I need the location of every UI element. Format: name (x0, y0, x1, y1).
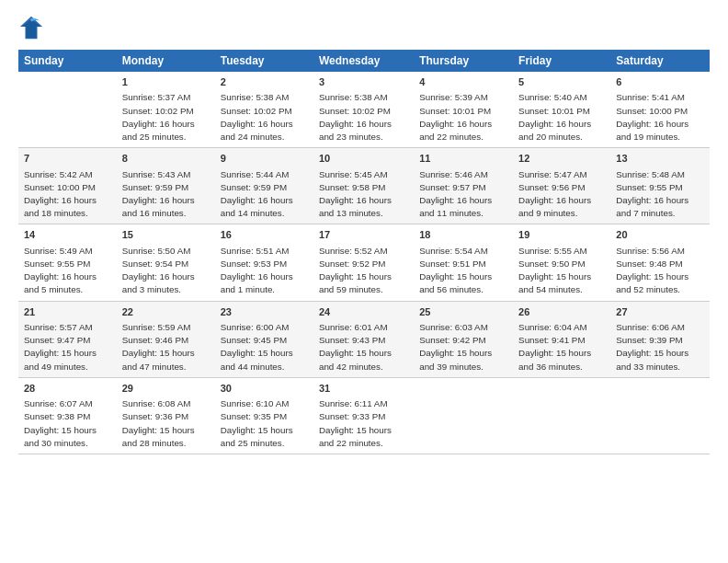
cell-2-3: 9Sunrise: 5:44 AMSunset: 9:59 PMDaylight… (215, 148, 313, 224)
cell-line: Sunset: 10:00 PM (616, 105, 704, 118)
cell-line: Sunset: 9:52 PM (319, 258, 408, 270)
cell-line: and 54 minutes. (518, 283, 605, 296)
cell-line: and 52 minutes. (616, 283, 704, 296)
day-number: 26 (518, 305, 605, 319)
cell-line: Daylight: 15 hours (616, 270, 704, 283)
svg-marker-1 (22, 19, 41, 39)
cell-line: Sunrise: 5:38 AM (221, 91, 308, 104)
cell-line: Sunset: 9:39 PM (616, 334, 704, 347)
cell-line: Daylight: 15 hours (24, 424, 111, 437)
cell-line: Sunset: 9:56 PM (518, 181, 605, 194)
cell-line: Daylight: 15 hours (122, 424, 210, 437)
cell-line: Daylight: 15 hours (24, 347, 111, 360)
cell-line: Sunrise: 5:47 AM (518, 168, 605, 181)
cell-line: Daylight: 16 hours (419, 118, 507, 131)
cell-line: Sunset: 9:46 PM (122, 334, 210, 347)
col-header-monday: Monday (117, 50, 215, 72)
cell-line: Daylight: 15 hours (122, 347, 210, 360)
cell-line: Sunset: 10:02 PM (319, 105, 408, 118)
cell-line: Sunrise: 6:00 AM (221, 321, 308, 334)
cell-line: Daylight: 15 hours (518, 347, 605, 360)
cell-line: and 25 minutes. (122, 131, 210, 144)
cell-line: and 24 minutes. (221, 131, 308, 144)
day-number: 5 (518, 75, 605, 89)
cell-line: Daylight: 16 hours (518, 118, 605, 131)
cell-line: Sunset: 9:54 PM (122, 258, 210, 270)
cell-line: Daylight: 16 hours (616, 118, 704, 131)
cell-line: Sunset: 10:01 PM (419, 105, 507, 118)
cell-1-3: 2Sunrise: 5:38 AMSunset: 10:02 PMDayligh… (215, 72, 313, 148)
cell-line: Sunset: 9:55 PM (616, 181, 704, 194)
cell-line: Sunset: 9:59 PM (122, 181, 210, 194)
cell-line: Sunset: 9:55 PM (24, 258, 111, 270)
header-row: SundayMondayTuesdayWednesdayThursdayFrid… (18, 50, 710, 72)
cell-line: Daylight: 15 hours (221, 347, 308, 360)
col-header-sunday: Sunday (18, 50, 117, 72)
cell-line: Daylight: 15 hours (419, 270, 507, 283)
cell-5-4: 31Sunrise: 6:11 AMSunset: 9:33 PMDayligh… (313, 377, 414, 454)
day-number: 13 (616, 152, 704, 166)
day-number: 9 (221, 152, 308, 166)
day-number: 14 (24, 228, 111, 242)
cell-line: Sunrise: 5:39 AM (419, 91, 507, 104)
cell-line: and 5 minutes. (24, 283, 111, 296)
cell-2-7: 13Sunrise: 5:48 AMSunset: 9:55 PMDayligh… (610, 148, 710, 224)
cell-4-7: 27Sunrise: 6:06 AMSunset: 9:39 PMDayligh… (610, 301, 710, 377)
col-header-friday: Friday (513, 50, 610, 72)
cell-line: Sunrise: 5:46 AM (419, 168, 507, 181)
cell-line: Daylight: 16 hours (24, 194, 111, 207)
cell-line: Sunrise: 6:07 AM (24, 397, 111, 410)
cell-line: Sunrise: 5:37 AM (122, 91, 210, 104)
cell-line: Sunset: 10:00 PM (24, 181, 111, 194)
cell-line: Sunrise: 6:11 AM (319, 397, 408, 410)
cell-line: Sunrise: 5:42 AM (24, 168, 111, 181)
cell-line: Sunrise: 5:43 AM (122, 168, 210, 181)
cell-line: Sunset: 9:47 PM (24, 334, 111, 347)
cell-line: and 20 minutes. (518, 131, 605, 144)
cell-1-6: 5Sunrise: 5:40 AMSunset: 10:01 PMDayligh… (513, 72, 610, 148)
cell-5-3: 30Sunrise: 6:10 AMSunset: 9:35 PMDayligh… (215, 377, 313, 454)
cell-line: and 59 minutes. (319, 283, 408, 296)
day-number: 3 (319, 75, 408, 89)
cell-line: and 9 minutes. (518, 207, 605, 220)
cell-line: Sunrise: 6:03 AM (419, 321, 507, 334)
day-number: 8 (122, 152, 210, 166)
cell-line: and 7 minutes. (616, 207, 704, 220)
cell-line: Daylight: 16 hours (122, 118, 210, 131)
day-number: 22 (122, 305, 210, 319)
cell-line: Sunrise: 5:38 AM (319, 91, 408, 104)
cell-line: and 33 minutes. (616, 361, 704, 373)
cell-2-2: 8Sunrise: 5:43 AMSunset: 9:59 PMDaylight… (117, 148, 215, 224)
cell-line: Sunrise: 6:10 AM (221, 397, 308, 410)
cell-line: Daylight: 15 hours (319, 347, 408, 360)
week-row-5: 28Sunrise: 6:07 AMSunset: 9:38 PMDayligh… (18, 377, 710, 454)
day-number: 6 (616, 75, 704, 89)
cell-3-2: 15Sunrise: 5:50 AMSunset: 9:54 PMDayligh… (117, 224, 215, 301)
page: SundayMondayTuesdayWednesdayThursdayFrid… (0, 0, 728, 464)
cell-line: Sunset: 9:33 PM (319, 410, 408, 423)
day-number: 30 (221, 382, 308, 396)
week-row-3: 14Sunrise: 5:49 AMSunset: 9:55 PMDayligh… (18, 224, 710, 301)
cell-line: Daylight: 16 hours (419, 194, 507, 207)
cell-line: and 19 minutes. (616, 131, 704, 144)
cell-line: and 30 minutes. (24, 437, 111, 450)
cell-4-3: 23Sunrise: 6:00 AMSunset: 9:45 PMDayligh… (215, 301, 313, 377)
cell-line: Daylight: 16 hours (221, 118, 308, 131)
cell-line: Sunrise: 5:57 AM (24, 321, 111, 334)
cell-4-4: 24Sunrise: 6:01 AMSunset: 9:43 PMDayligh… (313, 301, 414, 377)
cell-4-2: 22Sunrise: 5:59 AMSunset: 9:46 PMDayligh… (117, 301, 215, 377)
cell-line: and 22 minutes. (319, 437, 408, 450)
cell-line: Sunrise: 6:01 AM (319, 321, 408, 334)
cell-line: and 44 minutes. (221, 361, 308, 373)
cell-4-1: 21Sunrise: 5:57 AMSunset: 9:47 PMDayligh… (18, 301, 117, 377)
cell-line: Daylight: 15 hours (319, 424, 408, 437)
logo-icon (18, 15, 44, 40)
cell-4-5: 25Sunrise: 6:03 AMSunset: 9:42 PMDayligh… (414, 301, 513, 377)
day-number: 1 (122, 75, 210, 89)
cell-line: Daylight: 16 hours (122, 270, 210, 283)
cell-line: Sunrise: 5:41 AM (616, 91, 704, 104)
cell-line: Daylight: 15 hours (221, 424, 308, 437)
cell-4-6: 26Sunrise: 6:04 AMSunset: 9:41 PMDayligh… (513, 301, 610, 377)
day-number: 18 (419, 228, 507, 242)
cell-line: Sunset: 9:50 PM (518, 258, 605, 270)
